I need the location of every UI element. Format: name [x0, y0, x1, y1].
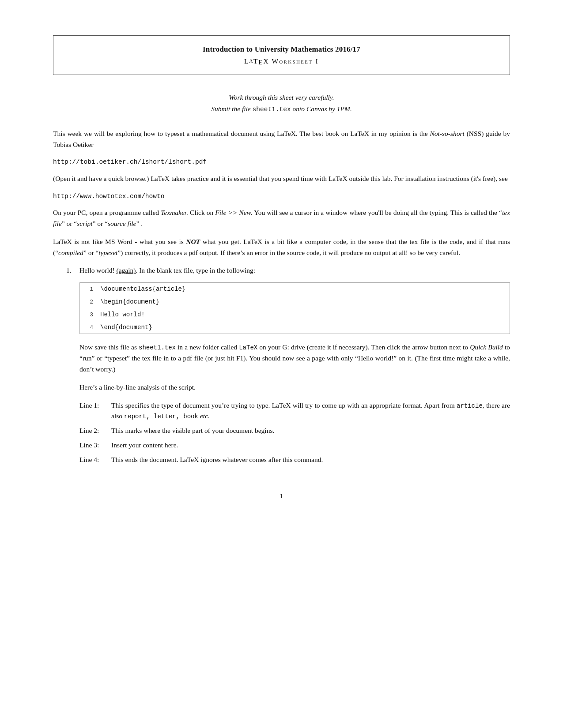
after-code-p2: Here’s a line-by-line analysis of the sc…: [79, 382, 510, 393]
line-desc-content-4: This ends the document. LaTeX ignores wh…: [111, 454, 510, 465]
after-code-mono1: sheet1.tex: [139, 344, 176, 351]
line-desc-label-1: Line 1:: [79, 400, 111, 411]
paragraph-4: LaTeX is not like MS Word - what you see…: [53, 236, 510, 259]
code-line-content-3: Hello world!: [96, 309, 149, 320]
item1-text: Hello world! (again). In the blank tex f…: [79, 265, 510, 276]
header-title: Introduction to University Mathematics 2…: [67, 44, 496, 55]
code-line-num-1: 1: [80, 284, 96, 295]
item-num-1: 1.: [66, 265, 79, 469]
item-content-1: Hello world! (again). In the blank tex f…: [79, 265, 510, 469]
after-code-p1: Now save this file as sheet1.tex in a ne…: [79, 342, 510, 375]
numbered-item-1: 1. Hello world! (again). In the blank te…: [53, 265, 510, 469]
intro-filename: sheet1.tex: [253, 106, 291, 113]
code-line-4: 4 \end{document}: [80, 321, 510, 334]
line-desc-4: Line 4: This ends the document. LaTeX ig…: [79, 454, 510, 465]
header-box: Introduction to University Mathematics 2…: [53, 35, 510, 75]
page: Introduction to University Mathematics 2…: [0, 0, 563, 728]
intro-line1: Work through this sheet very carefully.: [53, 92, 510, 103]
page-number: 1: [53, 491, 510, 501]
code-block: 1 \documentclass{article} 2 \begin{docum…: [79, 282, 510, 334]
line-desc-1: Line 1: This specifies the type of docum…: [79, 400, 510, 422]
code-line-num-3: 3: [80, 310, 96, 321]
line-desc-label-2: Line 2:: [79, 425, 111, 436]
code-line-content-1: \documentclass{article}: [96, 283, 190, 295]
header-subtitle: LATEX Worksheet I: [67, 56, 496, 68]
intro-line2: Submit the file sheet1.tex onto Canvas b…: [53, 103, 510, 115]
line-desc-content-1: This specifies the type of document you’…: [111, 400, 510, 422]
url-2: http://www.howtotex.com/howto: [53, 191, 510, 201]
line-desc-content-2: This marks where the visible part of you…: [111, 425, 510, 436]
paragraph-3: On your PC, open a programme called Texm…: [53, 207, 510, 229]
paragraph-2: (Open it and have a quick browse.) LaTeX…: [53, 173, 510, 184]
code-line-1: 1 \documentclass{article}: [80, 283, 510, 296]
line-desc-3: Line 3: Insert your content here.: [79, 440, 510, 451]
line-desc-label-3: Line 3:: [79, 440, 111, 451]
line-desc-label-4: Line 4:: [79, 454, 111, 465]
code-line-content-4: \end{document}: [96, 322, 157, 333]
after-code-mono2: LaTeX: [239, 344, 257, 351]
intro-block: Work through this sheet very carefully. …: [53, 92, 510, 115]
url-1: http://tobi.oetiker.ch/lshort/lshort.pdf: [53, 157, 510, 167]
line-desc-mono-1a: article: [457, 402, 483, 409]
line-desc-list: Line 1: This specifies the type of docum…: [79, 400, 510, 465]
code-line-content-2: \begin{document}: [96, 296, 164, 308]
code-line-num-2: 2: [80, 297, 96, 308]
code-line-3: 3 Hello world!: [80, 308, 510, 321]
code-line-num-4: 4: [80, 323, 96, 334]
code-line-2: 2 \begin{document}: [80, 296, 510, 308]
line-desc-2: Line 2: This marks where the visible par…: [79, 425, 510, 436]
line-desc-content-3: Insert your content here.: [111, 440, 510, 451]
line-desc-mono-1b: report, letter, book: [124, 413, 198, 420]
paragraph-1: This week we will be exploring how to ty…: [53, 128, 510, 150]
